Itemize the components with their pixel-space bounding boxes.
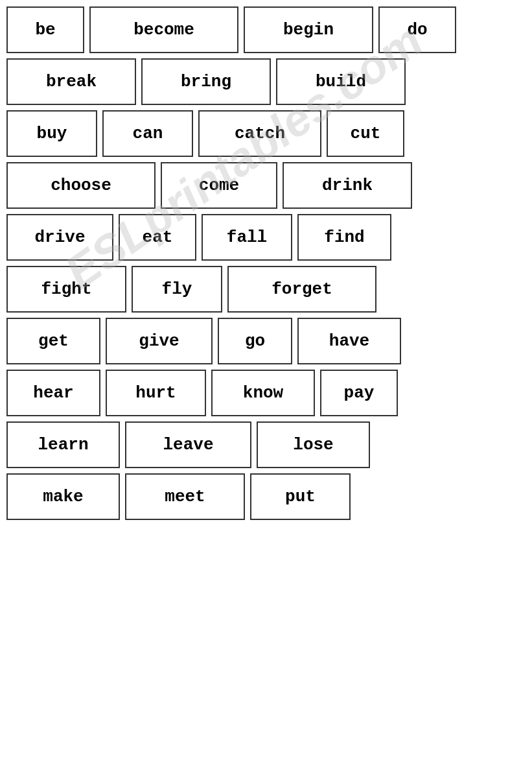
row-1: be become begin do <box>6 6 526 53</box>
word-label-know: know <box>243 383 283 403</box>
word-card-go: go <box>218 318 292 364</box>
word-card-forget: forget <box>227 266 376 313</box>
word-label-lose: lose <box>293 435 333 455</box>
word-label-get: get <box>38 331 69 351</box>
word-card-find: find <box>297 214 391 261</box>
word-card-meet: meet <box>125 473 245 520</box>
word-card-catch: catch <box>198 110 321 157</box>
word-label-put: put <box>285 487 316 506</box>
word-label-leave: leave <box>163 435 213 455</box>
row-7: get give go have <box>6 318 526 364</box>
word-card-hurt: hurt <box>106 370 206 416</box>
word-card-lose: lose <box>257 421 370 468</box>
word-card-choose: choose <box>6 162 156 209</box>
word-label-cut: cut <box>351 124 381 143</box>
word-card-can: can <box>102 110 193 157</box>
word-card-become: become <box>89 6 238 53</box>
word-label-can: can <box>133 124 163 143</box>
word-card-begin: begin <box>244 6 373 53</box>
word-card-build: build <box>276 58 406 105</box>
word-label-find: find <box>324 228 364 247</box>
word-label-come: come <box>199 176 239 195</box>
word-card-give: give <box>106 318 213 364</box>
word-label-build: build <box>316 72 366 91</box>
row-3: buy can catch cut <box>6 110 526 157</box>
word-card-eat: eat <box>119 214 196 261</box>
word-card-drive: drive <box>6 214 113 261</box>
word-label-break: break <box>46 72 97 91</box>
word-grid: be become begin do break bring build buy… <box>6 6 526 520</box>
row-6: fight fly forget <box>6 266 526 313</box>
row-8: hear hurt know pay <box>6 370 526 416</box>
word-label-begin: begin <box>283 20 334 40</box>
word-label-be: be <box>35 20 55 40</box>
word-card-be: be <box>6 6 84 53</box>
word-label-hurt: hurt <box>135 383 176 403</box>
word-card-come: come <box>161 162 277 209</box>
word-label-catch: catch <box>235 124 285 143</box>
word-card-put: put <box>250 473 351 520</box>
word-label-give: give <box>139 331 179 351</box>
word-card-drink: drink <box>283 162 412 209</box>
word-label-drink: drink <box>322 176 373 195</box>
row-9: learn leave lose <box>6 421 526 468</box>
row-4: choose come drink <box>6 162 526 209</box>
word-card-fall: fall <box>202 214 292 261</box>
word-label-pay: pay <box>344 383 375 403</box>
word-label-fly: fly <box>162 279 192 299</box>
word-label-hear: hear <box>33 383 73 403</box>
word-card-cut: cut <box>327 110 404 157</box>
word-label-do: do <box>407 20 427 40</box>
word-card-hear: hear <box>6 370 100 416</box>
word-label-become: become <box>133 20 194 40</box>
word-card-know: know <box>211 370 315 416</box>
word-label-forget: forget <box>272 279 332 299</box>
word-label-make: make <box>43 487 83 506</box>
word-card-pay: pay <box>320 370 398 416</box>
word-label-bring: bring <box>181 72 231 91</box>
word-card-bring: bring <box>141 58 271 105</box>
word-card-break: break <box>6 58 136 105</box>
word-card-fly: fly <box>132 266 222 313</box>
word-label-drive: drive <box>34 228 85 247</box>
word-card-leave: leave <box>125 421 251 468</box>
row-5: drive eat fall find <box>6 214 526 261</box>
word-label-fall: fall <box>227 228 267 247</box>
row-10: make meet put <box>6 473 526 520</box>
word-label-have: have <box>329 331 369 351</box>
word-card-fight: fight <box>6 266 126 313</box>
word-label-go: go <box>245 331 265 351</box>
word-card-get: get <box>6 318 100 364</box>
word-label-fight: fight <box>41 279 91 299</box>
word-card-buy: buy <box>6 110 97 157</box>
word-label-meet: meet <box>165 487 205 506</box>
word-card-do: do <box>378 6 456 53</box>
word-label-eat: eat <box>143 228 173 247</box>
word-card-make: make <box>6 473 120 520</box>
word-label-choose: choose <box>51 176 111 195</box>
row-2: break bring build <box>6 58 526 105</box>
word-label-buy: buy <box>37 124 67 143</box>
word-card-have: have <box>297 318 401 364</box>
word-label-learn: learn <box>38 435 88 455</box>
word-card-learn: learn <box>6 421 120 468</box>
